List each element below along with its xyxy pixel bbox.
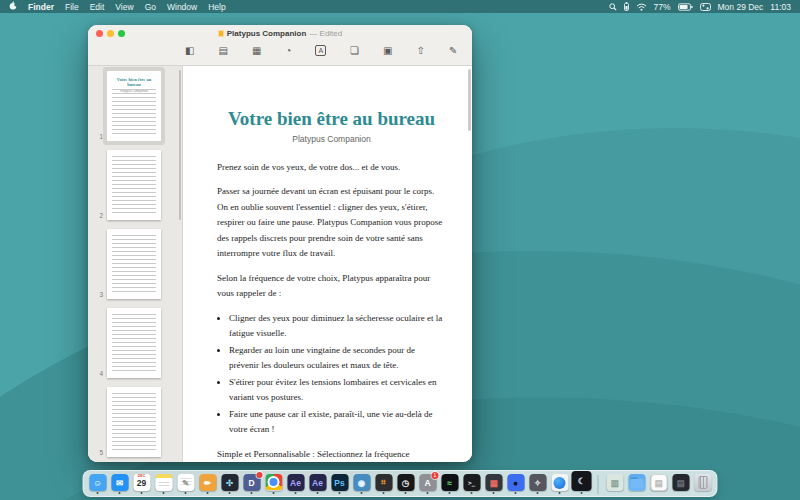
dock-app-chrome[interactable] — [265, 474, 283, 494]
dock-app-pixel-game[interactable]: ☾ — [573, 471, 591, 494]
dock-app-textedit[interactable]: ✎ — [177, 474, 195, 494]
document-scrollbar[interactable] — [468, 69, 471, 131]
photoshop-icon: Ps — [331, 474, 348, 491]
dock-app-godot[interactable]: ◉ — [353, 474, 371, 494]
reminder-list: Cligner des yeux pour diminuez la sécher… — [229, 311, 446, 438]
canister-utility-icon: ▥ — [606, 474, 623, 491]
app-glyph: ▤ — [676, 478, 684, 488]
markup-icon[interactable]: ✎ — [449, 46, 457, 56]
dock-app-photoshop[interactable]: Ps — [331, 474, 349, 494]
intro-paragraph: Passer sa journée devant un écran est ép… — [217, 184, 446, 261]
close-button[interactable] — [96, 30, 103, 37]
media-icon[interactable]: ▣ — [383, 46, 392, 56]
running-indicator — [295, 492, 297, 494]
page-thumbnail-row: 1Votre bien être au bureauPlatypus Compa… — [88, 71, 182, 141]
reminder-item: S'étirer pour évitez les tensions lombai… — [229, 375, 446, 406]
share-icon[interactable]: ⇧ — [417, 46, 425, 56]
dock-app-retro-game[interactable]: ▦ — [485, 474, 503, 494]
dock-app-waveform-app[interactable]: ≈ — [441, 474, 459, 494]
dock-app-calculator[interactable]: ⌗ — [375, 474, 393, 494]
insert-icon[interactable]: ▤ — [218, 46, 227, 56]
peripheral-battery-icon[interactable] — [624, 2, 629, 11]
app-glyph: D — [248, 478, 254, 488]
dock-app-notes[interactable] — [155, 474, 173, 494]
page-thumbnail-2[interactable] — [107, 150, 161, 220]
page-number: 4 — [88, 370, 103, 378]
dock-app-safari[interactable] — [551, 474, 569, 494]
page-thumbnail-1[interactable]: Votre bien être au bureauPlatypus Compan… — [107, 71, 161, 141]
spotlight-search-icon[interactable] — [609, 3, 617, 11]
view-sidebar-icon[interactable]: ◧ — [185, 46, 194, 56]
page-thumbnail-4[interactable] — [107, 308, 161, 378]
dock-app-document-window[interactable]: ▤ — [650, 474, 668, 494]
zoom-button[interactable] — [118, 30, 125, 37]
document-body[interactable]: Prenez soin de vos yeux, de votre dos...… — [217, 160, 446, 462]
menu-item-window[interactable]: Window — [167, 2, 197, 12]
page-number: 3 — [88, 291, 103, 299]
world-clock-icon: ◷ — [397, 474, 414, 491]
dock-app-rocket-app[interactable]: ✧ — [529, 474, 547, 494]
app-glyph: >_ — [468, 479, 475, 486]
table-icon[interactable]: ▦ — [252, 46, 261, 56]
dock-app-dark-window[interactable]: ▤ — [672, 474, 690, 494]
text-box-icon[interactable]: A — [315, 45, 326, 56]
menu-item-finder[interactable]: Finder — [28, 2, 54, 12]
chart-icon[interactable]: ◔ — [285, 46, 291, 56]
apple-menu-icon[interactable] — [9, 1, 17, 12]
app-glyph: ☺ — [93, 478, 102, 488]
menu-bar-clock[interactable]: 11:03 — [770, 2, 791, 12]
dock-app-calendar[interactable]: DEC29 — [133, 474, 151, 494]
sidebar-scrollbar[interactable] — [179, 70, 181, 220]
running-indicator — [119, 492, 121, 494]
dock-app-terminal[interactable]: >_ — [463, 474, 481, 494]
dock-app-downloads-folder[interactable] — [628, 474, 646, 494]
menu-item-file[interactable]: File — [65, 2, 79, 12]
menu-bar-date[interactable]: Mon 29 Dec — [718, 2, 764, 12]
frequency-line: Selon la fréquence de votre choix, Platy… — [217, 271, 446, 302]
app-glyph: ☾ — [578, 476, 586, 486]
running-indicator — [383, 492, 385, 494]
wifi-icon[interactable] — [636, 3, 647, 11]
dock-app-discord[interactable]: D — [243, 474, 261, 494]
running-indicator — [537, 492, 539, 494]
document-subtitle: Platypus Companion — [217, 134, 446, 144]
menu-item-view[interactable]: View — [115, 2, 133, 12]
running-indicator — [185, 492, 187, 494]
calculator-icon: ⌗ — [375, 474, 392, 491]
waveform-app-icon: ≈ — [441, 474, 458, 491]
page-thumbnail-3[interactable] — [107, 229, 161, 299]
dock-app-pencil-app[interactable]: ✏ — [199, 474, 217, 494]
dock-app-orb-app[interactable]: ● — [507, 474, 525, 494]
shape-icon[interactable]: ❏ — [350, 46, 359, 56]
dock-app-app-store[interactable]: 1A — [419, 474, 437, 494]
reminder-item: Faire une pause car il existe, paraît-il… — [229, 407, 446, 438]
title-bar[interactable]: Platypus Companion — Edited — [88, 25, 472, 41]
app-glyph: ✧ — [534, 478, 541, 488]
menu-item-edit[interactable]: Edit — [90, 2, 105, 12]
app-glyph: ✏ — [204, 478, 211, 488]
dock-app-finder[interactable]: ☺ — [89, 474, 107, 494]
menu-item-go[interactable]: Go — [145, 2, 156, 12]
dock-app-world-clock[interactable]: ◷ — [397, 474, 415, 494]
app-glyph: ✣ — [226, 478, 233, 488]
page-number: 1 — [88, 133, 103, 141]
running-indicator — [317, 492, 319, 494]
dock: ☺✉DEC29✎✏✣DAeAePs◉⌗◷1A≈>_▦●✧☾▥▤▤ — [83, 470, 718, 497]
battery-icon[interactable] — [678, 3, 693, 11]
dock-app-trash[interactable] — [694, 474, 712, 494]
page-thumbnail-5[interactable] — [107, 387, 161, 457]
traffic-lights — [96, 30, 125, 37]
minimize-button[interactable] — [107, 30, 114, 37]
mail-icon: ✉ — [111, 474, 128, 491]
dock-app-mail[interactable]: ✉ — [111, 474, 129, 494]
menu-item-help[interactable]: Help — [208, 2, 225, 12]
reminder-item: Cligner des yeux pour diminuez la sécher… — [229, 311, 446, 342]
running-indicator — [251, 492, 253, 494]
dock-app-after-effects[interactable]: Ae — [287, 474, 305, 494]
dock-app-canister-utility[interactable]: ▥ — [606, 474, 624, 494]
document-canvas[interactable]: Votre bien être au bureau Platypus Compa… — [183, 66, 472, 462]
dock-app-after-effects-alt[interactable]: Ae — [309, 474, 327, 494]
control-center-icon[interactable] — [700, 3, 711, 11]
downloads-folder-icon — [628, 474, 645, 491]
dock-app-moth-game[interactable]: ✣ — [221, 474, 239, 494]
